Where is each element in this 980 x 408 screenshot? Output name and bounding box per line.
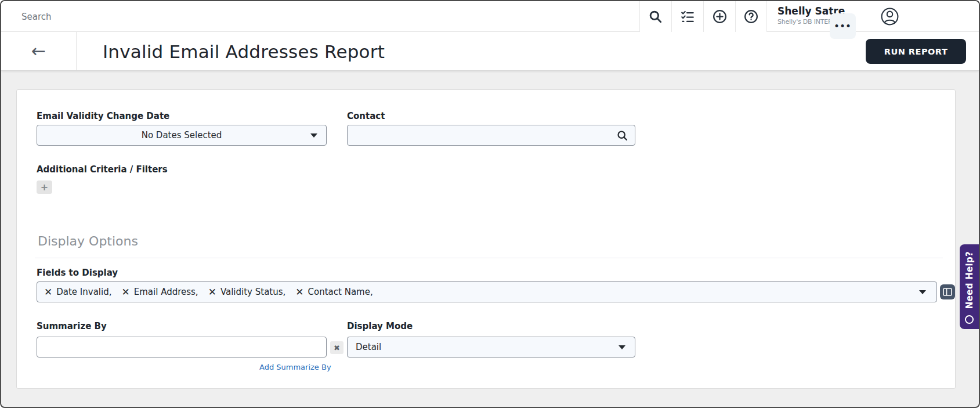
- search-icon: [648, 9, 663, 24]
- avatar-icon[interactable]: [880, 7, 899, 26]
- back-arrow-icon: ←: [31, 42, 46, 60]
- date-filter-label: Email Validity Change Date: [37, 111, 169, 121]
- field-chip-label: Validity Status,: [220, 287, 285, 297]
- search-icon-button[interactable]: [639, 1, 671, 32]
- need-help-label: Need Help?: [964, 251, 975, 309]
- display-mode-select[interactable]: Detail: [347, 337, 635, 358]
- display-mode-label: Display Mode: [347, 321, 413, 331]
- field-chip: ✕ Email Address,: [122, 287, 198, 297]
- remove-field-icon[interactable]: ✕: [208, 287, 216, 297]
- date-filter-value: No Dates Selected: [142, 130, 222, 140]
- chevron-down-icon: [310, 133, 317, 138]
- app-window: Shelly Satre Shelly's DB INTERNAL ← Inva…: [0, 0, 980, 408]
- need-help-tab[interactable]: Need Help?: [960, 244, 979, 329]
- field-chip: ✕ Validity Status,: [208, 287, 286, 297]
- summarize-by-label: Summarize By: [37, 321, 107, 331]
- clear-summarize-button[interactable]: ✖: [330, 341, 343, 354]
- help-ring-icon: [965, 315, 974, 324]
- date-filter-select[interactable]: No Dates Selected: [37, 125, 327, 146]
- page-title: Invalid Email Addresses Report: [103, 41, 385, 62]
- add-filter-button[interactable]: +: [37, 180, 52, 194]
- summarize-by-input[interactable]: [37, 337, 326, 357]
- global-search-input[interactable]: [21, 1, 544, 32]
- run-report-button[interactable]: RUN REPORT: [866, 39, 966, 64]
- task-list-button[interactable]: [671, 1, 703, 32]
- field-chip: ✕ Contact Name,: [295, 287, 373, 297]
- contact-search-input[interactable]: [348, 125, 635, 145]
- add-summarize-by-link[interactable]: Add Summarize By: [259, 363, 327, 371]
- more-options-button[interactable]: •••: [830, 13, 856, 39]
- summarize-by-field: [37, 337, 327, 358]
- plus-circle-icon: [712, 9, 728, 24]
- clear-x-icon: ✖: [334, 344, 340, 352]
- contact-filter-label: Contact: [347, 111, 385, 121]
- additional-filters-label: Additional Criteria / Filters: [37, 164, 168, 175]
- display-options-heading: Display Options: [38, 234, 138, 248]
- field-chip-label: Contact Name,: [308, 287, 373, 297]
- columns-icon: [943, 288, 952, 296]
- remove-field-icon[interactable]: ✕: [295, 287, 303, 297]
- help-button[interactable]: [735, 1, 767, 32]
- report-criteria-panel: Email Validity Change Date No Dates Sele…: [16, 89, 956, 389]
- field-chip: ✕ Date Invalid,: [44, 287, 112, 297]
- contact-search-field: [347, 125, 635, 146]
- remove-field-icon[interactable]: ✕: [44, 287, 52, 297]
- choose-columns-button[interactable]: [940, 284, 955, 299]
- question-circle-icon: [743, 9, 759, 24]
- plus-icon: +: [41, 183, 48, 192]
- display-mode-value: Detail: [356, 342, 381, 352]
- add-new-button[interactable]: [703, 1, 735, 32]
- field-chip-label: Date Invalid,: [56, 287, 111, 297]
- fields-to-display-select[interactable]: ✕ Date Invalid, ✕ Email Address, ✕ Valid…: [37, 281, 937, 302]
- field-chip-label: Email Address,: [134, 287, 198, 297]
- remove-field-icon[interactable]: ✕: [122, 287, 130, 297]
- chevron-down-icon: [919, 290, 926, 294]
- checklist-icon: [680, 9, 695, 24]
- fields-to-display-label: Fields to Display: [37, 268, 118, 278]
- report-header: ← Invalid Email Addresses Report ••• RUN…: [1, 32, 979, 71]
- search-icon[interactable]: [616, 129, 629, 142]
- ellipsis-icon: •••: [834, 21, 852, 31]
- back-button[interactable]: ←: [1, 32, 77, 70]
- section-divider: [35, 258, 943, 258]
- chevron-down-icon: [619, 345, 625, 349]
